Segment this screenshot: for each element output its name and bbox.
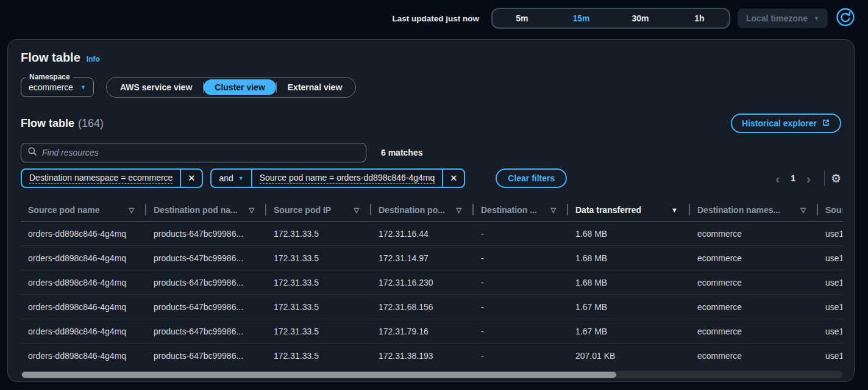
pagination: ‹ 1 › ⚙	[769, 170, 841, 186]
last-updated-text: Last updated just now	[392, 14, 479, 23]
timezone-dropdown[interactable]: Local timezone ▼	[738, 9, 828, 28]
table-row-count: (164)	[78, 117, 104, 129]
cell-destination: -	[474, 295, 568, 319]
caret-down-icon: ▼	[238, 175, 244, 181]
panel-header: Flow table Info	[21, 51, 841, 65]
search-input[interactable]	[42, 148, 360, 157]
cell-source: use1-	[818, 319, 842, 343]
cell-source-pod-ip: 172.31.33.5	[266, 270, 371, 294]
cell-source-pod-name: orders-dd898c846-4g4mq	[21, 319, 146, 343]
cell-destination-pod-ip: 172.31.14.97	[371, 246, 474, 270]
column-header-destination-pod-ip[interactable]: Destination po...▽	[371, 199, 474, 221]
sort-icon[interactable]: ▽	[457, 206, 461, 214]
column-header-source[interactable]: Sour	[818, 199, 842, 221]
cell-data-transferred: 1.68 MB	[568, 270, 690, 294]
cell-source-pod-name: orders-dd898c846-4g4mq	[21, 222, 146, 245]
external-link-icon	[822, 118, 830, 129]
tab-external-view[interactable]: External view	[277, 79, 354, 95]
filter-operator-dropdown[interactable]: and ▼	[212, 170, 252, 187]
cell-destination-namespace: ecommerce	[690, 270, 818, 294]
cell-source-pod-ip: 172.31.33.5	[266, 295, 371, 319]
cell-destination-pod-ip: 172.31.38.193	[371, 344, 474, 367]
cell-destination-pod-ip: 172.31.68.156	[371, 295, 474, 319]
cell-data-transferred: 1.68 MB	[568, 222, 690, 245]
sort-descending-icon[interactable]: ▼	[671, 206, 678, 214]
search-box[interactable]	[21, 143, 366, 162]
time-range-1h[interactable]: 1h	[670, 9, 729, 27]
column-header-destination-namespace[interactable]: Destination names...▽	[690, 199, 818, 221]
sort-icon[interactable]: ▽	[249, 206, 254, 214]
filter-token-destination-namespace: Destination namespace = ecommerce ✕	[21, 168, 203, 188]
cell-destination-pod-name: products-647bc99986...	[146, 270, 266, 294]
chevron-right-icon[interactable]: ›	[800, 172, 817, 185]
namespace-dropdown[interactable]: Namespace ecommerce ▼	[21, 78, 94, 97]
column-header-source-pod-name[interactable]: Source pod name▽	[21, 199, 146, 221]
cell-source-pod-ip: 172.31.33.5	[266, 319, 371, 343]
cell-destination-pod-name: products-647bc99986...	[146, 222, 266, 245]
close-icon[interactable]: ✕	[180, 170, 202, 187]
tab-aws-service-view[interactable]: AWS service view	[109, 79, 203, 95]
page-number[interactable]: 1	[786, 173, 800, 183]
cell-source: use1-	[818, 246, 842, 270]
page-title: Flow table	[21, 51, 80, 65]
sort-icon[interactable]: ▽	[129, 206, 134, 214]
refresh-icon	[836, 7, 855, 29]
time-range-5m[interactable]: 5m	[493, 9, 552, 27]
column-header-destination[interactable]: Destination ...▽	[474, 199, 568, 221]
cell-source-pod-ip: 172.31.33.5	[266, 344, 371, 367]
cell-destination: -	[474, 344, 568, 367]
column-header-source-pod-ip[interactable]: Source pod IP▽	[266, 199, 371, 221]
search-bar: 6 matches	[21, 143, 841, 162]
refresh-button[interactable]	[835, 8, 856, 29]
cell-destination-pod-name: products-647bc99986...	[146, 295, 266, 319]
namespace-dropdown-label: Namespace	[26, 73, 73, 81]
sort-icon[interactable]: ▽	[551, 206, 556, 214]
cell-data-transferred: 1.67 MB	[568, 319, 690, 343]
filter-token-source-pod-name: and ▼ Source pod name = orders-dd898c846…	[210, 168, 465, 188]
search-icon	[27, 146, 37, 159]
cell-destination-namespace: ecommerce	[690, 319, 818, 343]
cell-destination-pod-name: products-647bc99986...	[146, 319, 266, 343]
horizontal-scrollbar-track[interactable]	[21, 371, 842, 378]
cell-data-transferred: 1.67 MB	[568, 295, 690, 319]
horizontal-scrollbar-thumb[interactable]	[22, 372, 616, 378]
filter-token-label[interactable]: Source pod name = orders-dd898c846-4g4mq	[252, 170, 443, 187]
table-row[interactable]: orders-dd898c846-4g4mq products-647bc999…	[21, 222, 842, 246]
sort-icon[interactable]: ▽	[801, 206, 806, 214]
info-link[interactable]: Info	[87, 55, 100, 63]
cell-destination: -	[474, 222, 568, 245]
table-row[interactable]: orders-dd898c846-4g4mq products-647bc999…	[21, 344, 842, 367]
table-title: Flow table(164)	[21, 117, 104, 130]
cell-destination: -	[474, 270, 568, 294]
top-bar: Last updated just now 5m 15m 30m 1h Loca…	[0, 0, 868, 37]
timezone-label: Local timezone	[746, 13, 808, 23]
time-range-30m[interactable]: 30m	[611, 9, 670, 27]
cell-destination: -	[474, 246, 568, 270]
cell-destination-pod-ip: 172.31.79.16	[371, 319, 474, 343]
cell-source-pod-ip: 172.31.33.5	[266, 246, 371, 270]
historical-explorer-label: Historical explorer	[742, 118, 817, 128]
table-title-text: Flow table	[21, 117, 74, 129]
cell-destination-namespace: ecommerce	[690, 344, 818, 367]
sort-icon[interactable]: ▽	[354, 206, 359, 214]
clear-filters-button[interactable]: Clear filters	[496, 168, 567, 188]
column-header-data-transferred[interactable]: Data transferred▼	[568, 199, 690, 221]
table-row[interactable]: orders-dd898c846-4g4mq products-647bc999…	[21, 246, 842, 270]
cell-destination-namespace: ecommerce	[690, 246, 818, 270]
column-header-destination-pod-name[interactable]: Destination pod na...▽	[146, 199, 266, 221]
flow-table-panel: Flow table Info Namespace ecommerce ▼ AW…	[7, 39, 855, 382]
caret-down-icon: ▼	[814, 15, 819, 21]
gear-icon[interactable]: ⚙	[831, 173, 841, 184]
close-icon[interactable]: ✕	[442, 170, 464, 187]
chevron-left-icon[interactable]: ‹	[769, 172, 786, 185]
table-row[interactable]: orders-dd898c846-4g4mq products-647bc999…	[21, 295, 842, 319]
table-row[interactable]: orders-dd898c846-4g4mq products-647bc999…	[21, 319, 842, 344]
time-range-15m[interactable]: 15m	[552, 9, 611, 27]
table-row[interactable]: orders-dd898c846-4g4mq products-647bc999…	[21, 270, 842, 295]
table-header-bar: Flow table(164) Historical explorer	[21, 114, 841, 133]
historical-explorer-button[interactable]: Historical explorer	[731, 114, 841, 133]
tab-cluster-view[interactable]: Cluster view	[204, 79, 276, 95]
flow-table: Source pod name▽ Destination pod na...▽ …	[21, 199, 842, 367]
filter-token-label[interactable]: Destination namespace = ecommerce	[22, 170, 180, 187]
divider	[824, 170, 825, 186]
